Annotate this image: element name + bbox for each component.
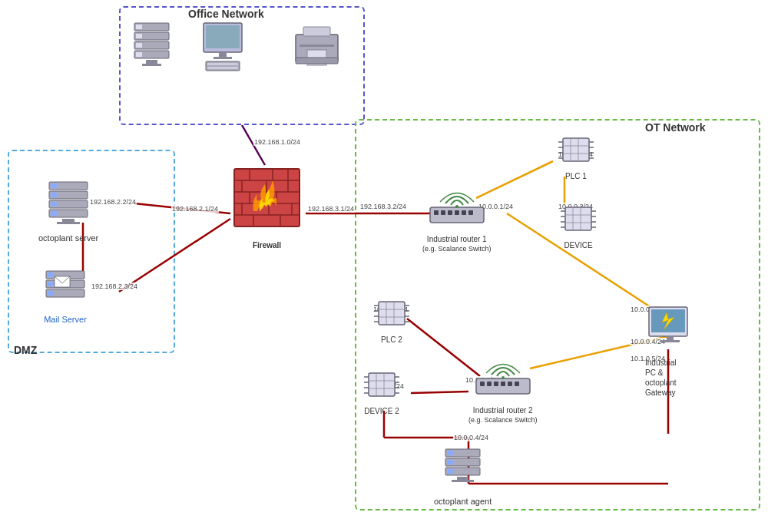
svg-rect-36 [303, 27, 330, 36]
workstation-2 [200, 19, 246, 84]
svg-rect-39 [296, 58, 338, 64]
ip-fw-right: 192.168.3.1/24 [307, 205, 355, 213]
plc2-device: PLC 2 [372, 296, 411, 345]
industrial-router-1-device: Industrial router 1(e.g. Scalance Switch… [422, 188, 492, 253]
device2-device: DEVICE 2 [362, 367, 401, 416]
plc2-label: PLC 2 [372, 335, 411, 345]
industrial-pc-device: IndustrialPC &octoplantGateway [645, 303, 695, 398]
svg-rect-130 [369, 373, 395, 396]
industrial-router-1-icon [426, 188, 488, 230]
device1-device: DEVICE [559, 201, 598, 250]
industrial-pc-icon [645, 303, 695, 353]
workstation-2-icon [200, 19, 246, 81]
svg-point-82 [455, 205, 458, 208]
svg-rect-33 [207, 63, 238, 65]
plc1-label: PLC 1 [557, 171, 595, 181]
industrial-router-2-device: Industrial router 2(e.g. Scalance Switch… [468, 359, 538, 425]
svg-rect-32 [206, 61, 240, 71]
octoplant-agent-device: octoplant agent [434, 445, 492, 507]
network-diagram: Office Network DMZ OT Network [0, 0, 768, 532]
svg-rect-19 [136, 25, 142, 29]
octoplant-server-label: octoplant server [38, 233, 98, 243]
svg-rect-34 [207, 67, 238, 69]
octoplant-agent-label: octoplant agent [434, 496, 492, 507]
svg-rect-71 [48, 282, 54, 286]
svg-rect-153 [447, 469, 453, 474]
svg-rect-146 [667, 336, 674, 340]
svg-rect-78 [448, 210, 452, 215]
svg-rect-85 [487, 382, 492, 386]
svg-point-90 [502, 376, 505, 379]
svg-rect-27 [142, 64, 161, 66]
ip-agent: 10.0.0.4/24 [453, 434, 489, 441]
plc1-icon [557, 132, 595, 167]
svg-rect-23 [136, 43, 142, 48]
ip-fw-left: 192.168.2.1/24 [171, 205, 219, 213]
svg-rect-30 [219, 52, 227, 57]
svg-rect-73 [48, 291, 54, 296]
workstation-1 [131, 19, 173, 84]
svg-rect-81 [468, 210, 473, 215]
device2-label: DEVICE 2 [362, 406, 401, 416]
mail-server-device: Mail Server [42, 267, 88, 325]
firewall-device: Firewall [230, 165, 303, 249]
svg-rect-89 [515, 382, 519, 386]
mail-server-label: Mail Server [42, 314, 88, 325]
plc1-device: PLC 1 [557, 132, 595, 181]
svg-rect-155 [452, 480, 474, 482]
svg-rect-31 [214, 57, 232, 59]
svg-rect-88 [508, 382, 512, 386]
svg-rect-151 [447, 460, 453, 464]
svg-rect-74 [55, 276, 70, 287]
printer-icon [292, 19, 342, 81]
svg-rect-29 [206, 25, 240, 48]
ip-router1-left: 192.168.3.2/24 [359, 203, 407, 210]
svg-rect-21 [136, 34, 142, 38]
workstation-1-icon [131, 19, 173, 81]
svg-rect-76 [434, 210, 439, 215]
ip-office-fw: 192.168.1.0/24 [253, 138, 301, 146]
ip-mail: 192.168.2.3/24 [91, 283, 138, 290]
svg-rect-65 [51, 211, 57, 216]
firewall-label: Firewall [230, 240, 303, 250]
svg-rect-69 [48, 273, 54, 277]
svg-rect-77 [441, 210, 445, 215]
svg-rect-87 [501, 382, 505, 386]
svg-rect-37 [300, 45, 334, 47]
svg-rect-154 [457, 477, 468, 480]
svg-rect-25 [136, 52, 142, 57]
device1-icon [559, 201, 598, 236]
svg-rect-80 [462, 210, 466, 215]
mail-server-icon [42, 267, 88, 309]
svg-rect-79 [455, 210, 459, 215]
octoplant-server-device: octoplant server [38, 178, 98, 243]
industrial-router-1-label: Industrial router 1(e.g. Scalance Switch… [422, 235, 492, 253]
svg-rect-117 [379, 302, 405, 325]
firewall-icon [230, 165, 303, 234]
industrial-router-2-icon [472, 359, 534, 401]
industrial-router-2-label: Industrial router 2(e.g. Scalance Switch… [468, 406, 538, 425]
octoplant-server-icon [45, 178, 91, 228]
device2-icon [362, 367, 401, 401]
svg-rect-147 [660, 340, 680, 342]
svg-rect-26 [146, 60, 157, 64]
svg-rect-59 [51, 183, 57, 188]
svg-rect-104 [565, 207, 591, 230]
svg-rect-63 [51, 202, 57, 207]
octoplant-agent-icon [442, 445, 484, 491]
svg-rect-91 [563, 138, 589, 161]
device1-label: DEVICE [559, 240, 598, 250]
industrial-pc-label: IndustrialPC &octoplantGateway [645, 358, 695, 398]
svg-rect-86 [494, 382, 498, 386]
plc2-icon [372, 296, 411, 330]
svg-rect-67 [57, 222, 80, 224]
svg-rect-84 [480, 382, 485, 386]
svg-rect-149 [447, 451, 453, 455]
workstation-3-printer [292, 19, 342, 84]
svg-rect-61 [51, 193, 57, 197]
svg-rect-66 [62, 219, 74, 222]
